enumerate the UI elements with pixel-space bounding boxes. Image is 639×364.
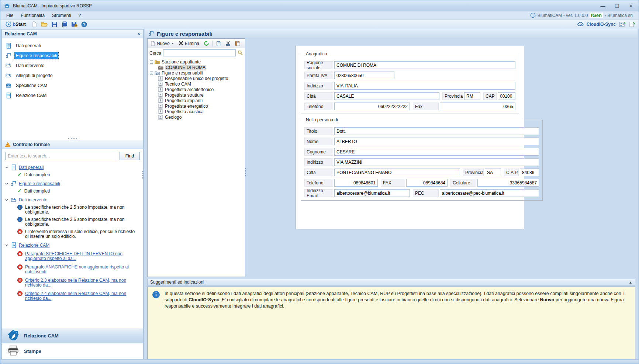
partita-iva-input[interactable] <box>334 72 394 79</box>
controllo-group-figure[interactable]: Figure e responsabili <box>4 180 141 187</box>
cut-button[interactable] <box>225 41 232 46</box>
sidebar-item-relazione-cam[interactable]: Relazione CAM <box>2 90 143 100</box>
tree-node-figure[interactable]: Responsabile unico del progetto <box>150 76 244 82</box>
field-label: Città <box>304 169 333 176</box>
tree-node-figure[interactable]: Progettista architettonico <box>150 87 244 93</box>
close-icon[interactable]: ✕ <box>629 3 633 9</box>
help-icon[interactable]: ? <box>81 21 88 28</box>
sidebar-item-specifiche-cam[interactable]: Specifiche CAM <box>2 80 143 90</box>
sidebar-item-figure-e-responsabili[interactable]: Figure e responsabili <box>2 51 143 60</box>
controllo-group-dati-generali[interactable]: Dati generali <box>4 164 141 171</box>
minimize-icon[interactable]: — <box>600 3 605 9</box>
field-label: Città <box>304 92 333 100</box>
collapse-panel-icon[interactable]: ▲ <box>629 280 632 284</box>
chevron-down-icon <box>5 166 8 169</box>
info-circle-icon <box>152 291 160 356</box>
email-input[interactable] <box>334 189 410 197</box>
persona-citta-input[interactable] <box>334 169 460 176</box>
sidebar-item-dati-generali[interactable]: Dati generali <box>2 41 143 51</box>
titolo-input[interactable] <box>334 127 539 135</box>
nuovo-button[interactable]: Nuovo <box>149 41 175 46</box>
tree-node-figure-e-responsabili[interactable]: Figure e responsabili <box>150 70 244 76</box>
collapse-node-icon[interactable] <box>150 72 153 75</box>
vertical-splitter-grip[interactable] <box>142 171 144 178</box>
sidebar-item-allegati-di-progetto[interactable]: Allegati di progetto <box>2 70 143 80</box>
cognome-input[interactable] <box>334 148 539 156</box>
collapse-node-icon[interactable] <box>150 60 153 64</box>
app-icon <box>3 3 10 10</box>
persona-provincia-input[interactable] <box>485 169 501 176</box>
save-as-icon[interactable]: ↺ <box>71 21 78 28</box>
controllo-group-relazione-cam[interactable]: Relazione CAM <box>4 242 141 249</box>
cerca-input[interactable] <box>163 49 236 56</box>
controllo-title: Controllo formale <box>13 142 50 147</box>
persona-cap-input[interactable] <box>520 169 539 176</box>
persona-indirizzo-input[interactable] <box>334 158 539 166</box>
main-header: Figure e responsabili <box>145 29 638 38</box>
controllo-search-input[interactable] <box>5 152 117 160</box>
paste-button[interactable] <box>234 40 241 46</box>
cloudio-sync-button[interactable]: CloudIO-Sync <box>577 21 616 27</box>
cap-input[interactable] <box>498 92 515 100</box>
refresh-button[interactable] <box>203 40 210 46</box>
menu-strumenti[interactable]: Strumenti <box>48 12 75 19</box>
search-icon[interactable] <box>238 50 243 56</box>
tree-node-figure[interactable]: Progettista impianti <box>150 98 244 104</box>
building-icon <box>158 65 163 70</box>
tree-node-figure[interactable]: Progettista acustica <box>150 109 244 115</box>
indirizzo-input[interactable] <box>334 82 515 90</box>
save-all-icon[interactable] <box>61 21 68 28</box>
svg-text:?: ? <box>83 22 85 26</box>
contact-sync-icon[interactable] <box>619 21 626 28</box>
pec-input[interactable] <box>440 189 539 197</box>
persona-fax-input[interactable] <box>406 179 448 187</box>
save-icon[interactable] <box>51 21 58 28</box>
open-file-icon[interactable] <box>41 21 48 28</box>
bottom-item-stampe[interactable]: Stampe <box>2 343 143 359</box>
sidebar: Relazione CAM < Dati generali Figure e r… <box>1 29 144 359</box>
collapse-sidebar-icon[interactable]: < <box>138 31 140 37</box>
brand-version: BlumatiCAM - ver. 1.0.0.0 fGen - Blumati… <box>530 13 636 18</box>
controllo-item: ✕ Paragrafo SPECIFICHE DELL'INTERVENTO n… <box>4 249 141 262</box>
svg-text:↺: ↺ <box>75 24 77 27</box>
report-sync-icon[interactable] <box>629 21 636 28</box>
app-window: BlumatiCAM - Impianto sportivo ROSSI* — … <box>0 0 639 364</box>
tree-node-figure[interactable]: Tecnico CAM <box>150 82 244 87</box>
tree-node-figure[interactable]: Progettista strutture <box>150 93 244 98</box>
provincia-input[interactable] <box>464 92 480 100</box>
fax-input[interactable] <box>440 103 515 110</box>
controllo-group-dati-intervento[interactable]: Dati intervento <box>4 196 141 204</box>
tree-node-comune-di-roma[interactable]: COMUNE DI ROMA <box>150 65 244 70</box>
menu-help[interactable]: ? <box>75 12 84 19</box>
new-file-icon[interactable] <box>31 21 38 28</box>
tree-node-figure[interactable]: Progettista energetico <box>150 104 244 109</box>
field-label: Nome <box>304 138 333 145</box>
controllo-item: ✕ Criterio 2.4 elaborato nella Relazione… <box>4 289 141 302</box>
delete-x-icon <box>179 41 183 46</box>
restore-icon[interactable]: ❐ <box>615 3 619 9</box>
tree-splitter-grip[interactable] <box>245 168 246 176</box>
controllo-item: i Le specifiche tecniche 2.5 sono impost… <box>4 204 141 216</box>
telefono-input[interactable] <box>334 103 410 110</box>
menu-funzionalita[interactable]: Funzionalità <box>17 12 48 19</box>
error-icon: ✕ <box>17 229 23 234</box>
ragione-sociale-input[interactable] <box>334 61 515 69</box>
sidebar-item-dati-intervento[interactable]: Dati intervento <box>2 60 143 70</box>
figures-tree: Stazione appaltante COMUNE DI ROMA Figur… <box>148 58 245 277</box>
bottom-item-relazione-cam[interactable]: Relazione CAM <box>2 328 143 343</box>
menu-file[interactable]: File <box>3 12 17 19</box>
person-icon <box>158 82 163 87</box>
cellulare-input[interactable] <box>477 179 539 187</box>
tree-node-figure[interactable]: Geologo <box>150 115 244 120</box>
bstart-button[interactable]: bStart <box>3 21 28 28</box>
citta-input[interactable] <box>334 92 439 100</box>
person-icon <box>158 93 163 98</box>
elimina-button[interactable]: Elimina <box>177 41 200 46</box>
copy-button[interactable] <box>215 41 222 46</box>
find-button[interactable]: Find <box>120 152 140 160</box>
persona-telefono-input[interactable] <box>334 179 378 187</box>
nome-input[interactable] <box>334 138 539 145</box>
main-toolbar: bStart ↺ ? CloudIO-Sync <box>0 20 639 29</box>
tree-node-stazione-appaltante[interactable]: Stazione appaltante <box>150 59 244 65</box>
horizontal-splitter[interactable] <box>2 136 143 140</box>
